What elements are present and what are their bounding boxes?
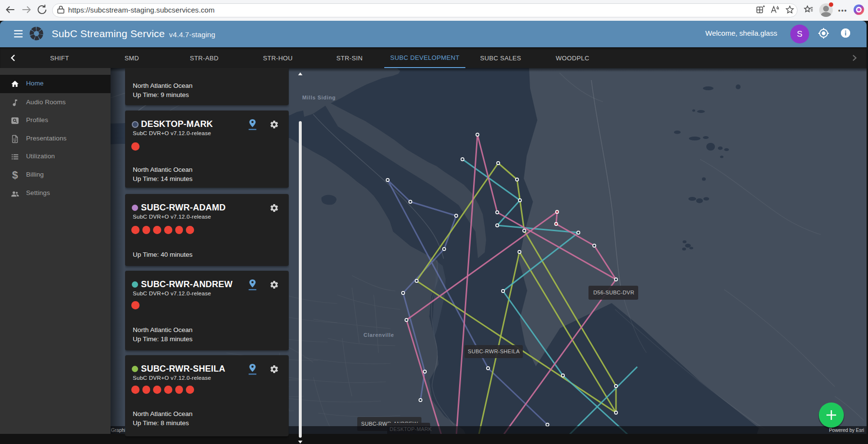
svg-text:Clarenville: Clarenville bbox=[364, 332, 394, 338]
svg-text:SUBC-RWR-SHEILA: SUBC-RWR-SHEILA bbox=[468, 348, 520, 354]
svg-text:Mills Siding: Mills Siding bbox=[302, 95, 336, 100]
svg-text:D56-SUBC-DVR: D56-SUBC-DVR bbox=[593, 290, 634, 295]
